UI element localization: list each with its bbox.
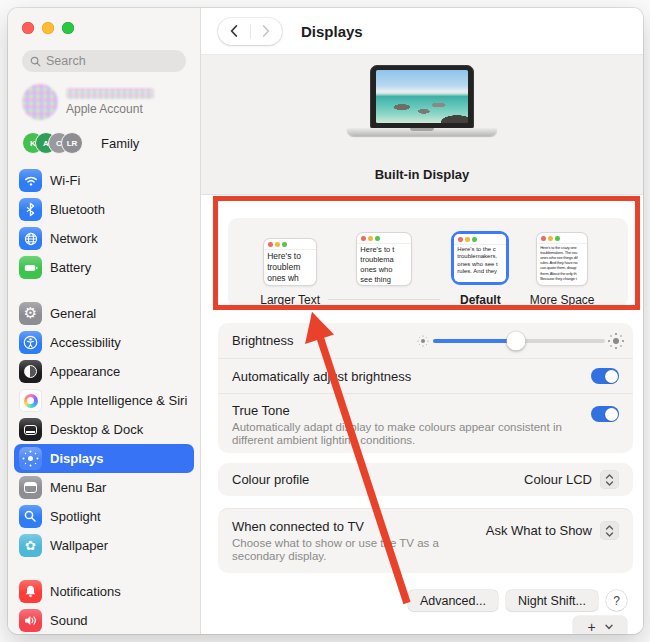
tv-value: Ask What to Show — [486, 523, 592, 538]
plus-icon: + — [587, 620, 595, 634]
scaling-option-larger-text[interactable]: Here's to troublem ones wh Larger Text — [252, 228, 328, 308]
search-icon — [30, 56, 41, 67]
globe-icon — [19, 227, 42, 250]
auto-brightness-label: Automatically adjust brightness — [232, 369, 411, 384]
chevron-up-down-icon — [600, 470, 619, 489]
back-button[interactable] — [218, 18, 250, 45]
zoom-window-button[interactable] — [62, 22, 74, 34]
colour-profile-dropdown[interactable]: Colour LCD — [524, 470, 619, 489]
window-controls — [14, 8, 194, 46]
brightness-panel: Brightness Automatically adjust brightne… — [218, 323, 633, 453]
scaling-option-label: Larger Text — [260, 293, 320, 307]
scaling-option-default[interactable]: Here's to the c troublemakers. ones who … — [440, 228, 520, 308]
advanced-button[interactable]: Advanced... — [408, 590, 498, 611]
sidebar-item-label: Accessibility — [50, 335, 121, 350]
search-input[interactable] — [46, 54, 178, 68]
brightness-dim-icon — [421, 339, 425, 343]
menubar-icon — [19, 476, 42, 499]
add-display-button[interactable]: + — [573, 616, 627, 634]
family-label: Family — [101, 136, 139, 151]
sidebar-item-label: Bluetooth — [50, 202, 105, 217]
content-pane: Displays Built-in Display Here's to trou… — [201, 8, 643, 634]
avatar — [22, 84, 58, 120]
sidebar-item-label: Sound — [50, 613, 88, 628]
brightness-row: Brightness — [218, 323, 633, 358]
brightness-slider-knob[interactable] — [506, 331, 525, 350]
sidebar-item-label: General — [50, 306, 96, 321]
family-avatars: K A C LR — [22, 132, 83, 154]
account-subtitle: Apple Account — [66, 102, 154, 116]
scaling-preview-text: Here's to the crazy one troublemakers. T… — [537, 244, 587, 281]
scaling-option-label: More Space — [530, 293, 595, 307]
brightness-slider[interactable] — [433, 339, 605, 343]
close-window-button[interactable] — [22, 22, 34, 34]
chevron-down-icon — [605, 624, 613, 630]
sidebar-item-network[interactable]: Network — [14, 224, 194, 253]
sidebar-item-displays[interactable]: Displays — [14, 444, 194, 473]
gear-icon: ⚙ — [19, 302, 42, 325]
sidebar-item-family[interactable]: K A C LR Family — [14, 128, 194, 166]
chevron-right-icon — [262, 25, 270, 37]
sidebar-item-wifi[interactable]: Wi-Fi — [14, 166, 194, 195]
content-header: Displays — [201, 8, 643, 55]
help-button[interactable]: ? — [606, 590, 627, 611]
sidebar-item-label: Apple Intelligence & Siri — [50, 393, 187, 408]
battery-icon — [19, 256, 42, 279]
sidebar-item-label: Spotlight — [50, 509, 101, 524]
scaling-options-panel: Here's to troublem ones wh Larger Text H… — [228, 218, 628, 308]
night-shift-button[interactable]: Night Shift... — [506, 590, 598, 611]
true-tone-description: Automatically adapt display to make colo… — [232, 421, 591, 448]
auto-brightness-toggle[interactable] — [591, 368, 619, 384]
colour-profile-label: Colour profile — [232, 472, 309, 487]
page-title: Displays — [301, 23, 363, 40]
true-tone-label: True Tone — [232, 403, 591, 418]
brightness-label: Brightness — [232, 333, 293, 348]
flower-icon: ✿ — [19, 534, 42, 557]
true-tone-toggle[interactable] — [591, 406, 619, 422]
sidebar-item-accessibility[interactable]: Accessibility — [14, 328, 194, 357]
sidebar-item-label: Battery — [50, 260, 91, 275]
sidebar: Apple Account K A C LR Family Wi-Fi — [8, 8, 201, 634]
settings-body: Here's to troublem ones wh Larger Text H… — [201, 195, 643, 634]
sidebar-item-general[interactable]: ⚙ General — [14, 299, 194, 328]
system-settings-window: Apple Account K A C LR Family Wi-Fi — [8, 8, 643, 634]
minimize-window-button[interactable] — [42, 22, 54, 34]
sidebar-item-apple-account[interactable]: Apple Account — [14, 82, 194, 128]
scaling-preview-text: Here's to t troublema ones who see thing — [357, 244, 411, 285]
chevron-up-down-icon — [600, 521, 619, 540]
sidebar-item-bluetooth[interactable]: Bluetooth — [14, 195, 194, 224]
navigation-buttons — [218, 18, 282, 45]
scaling-option-more-space[interactable]: Here's to the crazy one troublemakers. T… — [520, 228, 604, 308]
true-tone-row: True Tone Automatically adapt display to… — [218, 393, 633, 453]
macbook-illustration — [347, 65, 497, 136]
search-field[interactable] — [22, 50, 186, 72]
account-name-redacted — [66, 88, 154, 99]
brightness-slider-fill — [433, 339, 516, 343]
sidebar-item-wallpaper[interactable]: ✿ Wallpaper — [14, 531, 194, 560]
siri-ring-icon — [19, 389, 42, 412]
bell-icon — [19, 580, 42, 603]
sidebar-item-desktop-dock[interactable]: Desktop & Dock — [14, 415, 194, 444]
sidebar-item-battery[interactable]: Battery — [14, 253, 194, 282]
scaling-option-2[interactable]: Here's to t troublema ones who see thing — [328, 228, 440, 308]
tv-dropdown[interactable]: Ask What to Show — [486, 521, 619, 540]
sidebar-item-menu-bar[interactable]: Menu Bar — [14, 473, 194, 502]
sidebar-item-label: Network — [50, 231, 98, 246]
speaker-icon — [19, 609, 42, 632]
sidebar-item-appearance[interactable]: Appearance — [14, 357, 194, 386]
accessibility-icon — [19, 331, 42, 354]
sidebar-item-sound[interactable]: Sound — [14, 606, 194, 634]
sidebar-item-notifications[interactable]: Notifications — [14, 577, 194, 606]
scaling-option-divider — [328, 299, 440, 300]
forward-button[interactable] — [251, 18, 283, 45]
sidebar-item-spotlight[interactable]: Spotlight — [14, 502, 194, 531]
colour-profile-value: Colour LCD — [524, 472, 592, 487]
dock-icon — [19, 418, 42, 441]
sun-icon — [19, 447, 42, 470]
display-hero: Built-in Display — [201, 55, 643, 195]
scaling-option-label: Default — [460, 293, 501, 307]
brightness-bright-icon — [613, 338, 619, 344]
tv-label: When connected to TV — [232, 519, 482, 534]
sidebar-item-label: Notifications — [50, 584, 121, 599]
sidebar-item-apple-intelligence-siri[interactable]: Apple Intelligence & Siri — [14, 386, 194, 415]
